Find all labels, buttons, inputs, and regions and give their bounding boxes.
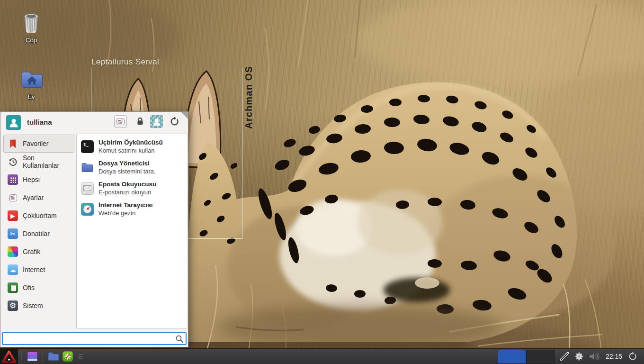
category-label: İnternet <box>23 266 45 273</box>
category-label: Hepsi <box>23 176 40 183</box>
category-multimedia[interactable]: ▶ Çokluortam <box>3 207 74 225</box>
rainbow-icon <box>8 246 18 257</box>
toggles-icon <box>8 192 18 203</box>
app-mail[interactable]: Eposta Okuyucusu E-postanızı okuyun <box>77 178 188 199</box>
category-recent[interactable]: Son Kullanılanlar <box>3 153 74 171</box>
workspace-1[interactable] <box>498 350 526 364</box>
app-subtitle: E-postanızı okuyun <box>98 189 156 196</box>
padlock-icon <box>135 117 145 127</box>
category-internet[interactable]: ☁ İnternet <box>3 261 74 279</box>
desktop: Leptailurus Serval Archman OS Çöp <box>0 0 644 364</box>
clock[interactable]: 22:15 <box>606 353 622 360</box>
app-terminal[interactable]: $_ Uçbirim Öykünücüsü Komut satırını kul… <box>77 136 188 157</box>
desktop-icon-home[interactable]: Ev <box>9 66 53 100</box>
green-compass-icon <box>62 351 73 362</box>
wallpaper-caption: Leptailurus Serval <box>91 57 159 67</box>
svg-text:★: ★ <box>8 358 10 361</box>
app-title: Uçbirim Öykünücüsü <box>98 138 163 147</box>
folder-icon <box>47 351 60 362</box>
restart-icon <box>628 352 637 361</box>
desktop-icon-label: Çöp <box>9 36 53 44</box>
user-avatar <box>6 115 21 130</box>
category-label: Donatılar <box>23 230 50 237</box>
category-all[interactable]: Hepsi <box>3 171 74 189</box>
app-title: Eposta Okuyucusu <box>98 180 156 189</box>
bookmark-icon <box>8 138 18 149</box>
settings-sun-tray-icon[interactable] <box>573 351 585 362</box>
envelope-icon <box>81 182 94 195</box>
settings-manager-button[interactable] <box>114 115 127 128</box>
profile-avatar-icon <box>150 115 163 128</box>
compass-icon <box>81 203 94 216</box>
category-label: Sistem <box>23 302 43 309</box>
workspace-switcher <box>498 350 555 364</box>
category-label: Ofis <box>23 284 35 291</box>
category-favorites[interactable]: Favoriler <box>3 135 74 153</box>
cloud-icon: ☁ <box>8 264 18 275</box>
category-settings[interactable]: Ayarlar <box>3 189 74 207</box>
app-subtitle: Dosya sistemini tara. <box>98 168 156 175</box>
app-web-browser[interactable]: İnternet Tarayıcısı Web'de gezin <box>77 199 188 219</box>
edit-profile-button[interactable] <box>150 115 163 128</box>
category-label: Grafik <box>23 248 40 255</box>
lock-screen-button[interactable] <box>134 115 146 128</box>
application-list: $_ Uçbirim Öykünücüsü Komut satırını kul… <box>76 134 188 328</box>
app-title: Dosya Yöneticisi <box>98 159 156 168</box>
menu-resize-grip[interactable] <box>181 112 188 119</box>
stylus-tray-icon[interactable] <box>559 351 570 362</box>
category-label: Ayarlar <box>23 194 44 201</box>
archman-logo-icon: ★ <box>1 350 17 364</box>
app-file-manager[interactable]: Dosya Yöneticisi Dosya sistemini tara. <box>77 157 188 178</box>
toggles-icon <box>116 118 125 125</box>
scissors-icon: ✂ <box>8 228 18 239</box>
home-folder-icon <box>9 66 53 92</box>
display-settings-launcher[interactable] <box>25 349 39 364</box>
os-watermark: Archman OS <box>243 66 256 129</box>
file-manager-launcher[interactable] <box>46 349 61 364</box>
search-box <box>2 332 187 345</box>
panel-separator <box>43 351 43 362</box>
session-restart-button[interactable] <box>168 115 181 128</box>
category-label: Favoriler <box>23 140 48 147</box>
play-icon: ▶ <box>8 210 18 221</box>
category-graphics[interactable]: Grafik <box>3 243 74 261</box>
document-icon <box>8 282 18 293</box>
category-system[interactable]: ⚙ Sistem <box>3 297 74 315</box>
username-label: tulliana <box>27 118 52 126</box>
category-label: Çokluortam <box>23 212 57 219</box>
history-icon <box>8 156 18 167</box>
app-subtitle: Web'de gezin <box>98 209 153 217</box>
volume-tray-icon[interactable] <box>588 351 599 362</box>
desktop-icon-label: Ev <box>9 93 53 100</box>
application-menu: tulliana <box>0 111 188 347</box>
folder-icon <box>81 161 94 174</box>
app-title: İnternet Tarayıcısı <box>98 201 153 209</box>
taskbar: ★ <box>0 348 644 364</box>
workspace-2[interactable] <box>526 350 555 364</box>
tasklist-grip <box>79 354 82 359</box>
search-input[interactable] <box>3 333 174 344</box>
web-browser-launcher[interactable] <box>61 349 75 364</box>
terminal-icon: $_ <box>81 140 94 153</box>
panel-separator <box>21 351 22 362</box>
refresh-icon <box>170 117 179 127</box>
gear-icon: ⚙ <box>8 300 18 311</box>
trash-icon <box>9 9 53 35</box>
search-icon <box>174 335 185 343</box>
app-subtitle: Komut satırını kullan <box>98 147 163 155</box>
desktop-icon-trash[interactable]: Çöp <box>9 9 53 44</box>
session-logout-button[interactable] <box>627 351 638 362</box>
menu-button[interactable]: ★ <box>0 349 18 364</box>
category-accessories[interactable]: ✂ Donatılar <box>3 225 74 243</box>
display-icon <box>27 351 38 362</box>
system-tray <box>559 351 599 362</box>
category-office[interactable]: Ofis <box>3 279 74 297</box>
category-list: Favoriler Son Kullanılanlar Hepsi <box>3 135 74 315</box>
apps-grid-icon <box>8 174 18 185</box>
category-label: Son Kullanılanlar <box>23 154 70 169</box>
